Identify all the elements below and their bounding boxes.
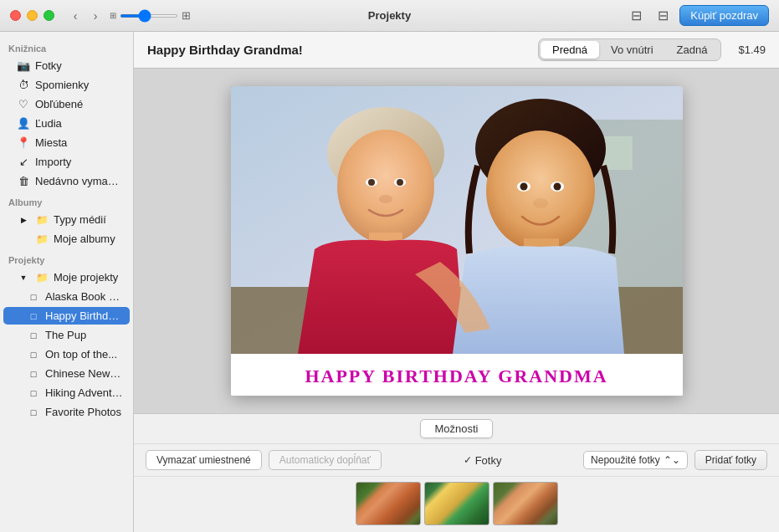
sidebar-item-label: Favorite Photos [45,406,123,418]
back-button[interactable]: ‹ [68,8,83,23]
sidebar-item-imports[interactable]: ↙ Importy [3,153,130,171]
clear-placed-button[interactable]: Vymazať umiestnené [146,450,262,470]
sidebar-item-favorite-photos[interactable]: □ Favorite Photos [3,403,130,421]
sidebar-item-alaska-book[interactable]: □ Alaska Book Pr... [3,288,130,305]
thumbnail-3[interactable] [493,482,558,525]
sidebar-item-label: Importy [35,156,123,168]
zoom-slider-container: ⊞ ⊞ [110,9,191,22]
sidebar-item-places[interactable]: 📍 Miesta [3,134,130,151]
sidebar-item-label: On top of the... [45,348,123,361]
sidebar: Knižnica 📷 Fotky ⏱ Spomienky ♡ Obľúbené … [0,32,134,532]
card-title: Happy Birthday Grandma! [147,43,538,57]
folder-icon: 📁 [35,214,49,226]
sidebar-item-label: Obľúbené [35,98,123,110]
card-icon: □ [27,407,40,417]
greeting-card: HAPPY BIRTHDAY GRANDMA [231,86,683,396]
options-row: Možnosti [134,414,779,444]
svg-point-7 [337,130,434,243]
content-header: Happy Birthday Grandma! Predná Vo vnútri… [134,32,779,69]
sidebar-item-photos[interactable]: 📷 Fotky [3,57,130,74]
maximize-button[interactable] [44,10,54,21]
places-icon: 📍 [17,136,30,149]
photos-dropdown[interactable]: ✓ Fotky [464,454,502,467]
book-icon: □ [27,292,40,302]
bottom-toolbar: Možnosti Vymazať umiestnené Automaticky … [134,413,779,532]
card-icon: □ [27,311,40,321]
dropdown-arrow-icon: ⌃⌄ [664,454,680,466]
sidebar-item-label: Happy Birthday... [45,309,123,322]
albums-section-label: Albumy [0,191,133,210]
imports-icon: ↙ [17,156,30,168]
svg-point-10 [368,179,375,186]
panel-toggle-icon[interactable]: ⊟ [653,5,673,25]
main-container: Knižnica 📷 Fotky ⏱ Spomienky ♡ Obľúbené … [0,32,779,532]
buy-greeting-button[interactable]: Kúpiť pozdrav [679,5,769,26]
sidebar-item-label: Alaska Book Pr... [45,290,123,303]
card-icon: □ [27,330,40,340]
card-photo [231,86,683,354]
grid-small-icon: ⊞ [110,11,116,20]
unused-photos-select[interactable]: Nepoužité fotky ⌃⌄ [583,451,688,469]
tab-zadna[interactable]: Zadná [665,41,720,59]
card-text-area: HAPPY BIRTHDAY GRANDMA [231,354,683,396]
unused-photos-label: Nepoužité fotky [591,454,660,466]
photos-icon: 📷 [17,59,30,72]
card-icon: □ [27,388,40,398]
sidebar-item-recently-deleted[interactable]: 🗑 Nedávno vymazané [3,172,130,190]
sidebar-item-label: Typy médií [54,213,123,226]
content-area: Happy Birthday Grandma! Predná Vo vnútri… [134,32,779,532]
svg-point-18 [520,183,527,191]
sidebar-item-label: Moje projekty [54,271,123,284]
sidebar-item-label: Spomienky [35,79,123,91]
sidebar-item-label: Moje albumy [54,233,123,245]
sidebar-item-on-top-of[interactable]: □ On top of the... [3,345,130,363]
heart-icon: ♡ [17,98,30,110]
sidebar-item-happy-birthday[interactable]: □ Happy Birthday... [3,307,130,325]
sidebar-item-label: The Pup [45,329,123,341]
folder-icon: 📁 [35,233,49,245]
options-button[interactable]: Možnosti [420,419,492,438]
library-section-label: Knižnica [0,37,133,56]
sidebar-item-chinese-new[interactable]: □ Chinese New Y... [3,365,130,382]
svg-point-21 [533,198,548,208]
sidebar-item-favorites[interactable]: ♡ Obľúbené [3,95,130,113]
memories-icon: ⏱ [17,79,30,91]
navigation-buttons: ‹ › [68,8,103,23]
thumbnail-2[interactable] [424,482,489,525]
thumbnails-row [134,477,779,532]
window-title: Projekty [368,9,411,22]
svg-point-12 [397,179,403,186]
tab-predna[interactable]: Predná [541,41,599,59]
thumbnail-1[interactable] [356,482,421,525]
svg-point-20 [553,183,561,191]
sidebar-item-the-pup[interactable]: □ The Pup [3,326,130,344]
titlebar-right-controls: ⊟ ⊟ Kúpiť pozdrav [626,5,769,26]
sidebar-item-media-types[interactable]: ▶ 📁 Typy médií [3,211,130,228]
sidebar-item-label: Ľudia [35,117,123,130]
window-controls [10,10,54,21]
sidebar-item-label: Chinese New Y... [45,367,123,380]
disclosure-icon: ▶ [17,216,30,224]
minimize-button[interactable] [27,10,38,21]
zoom-slider[interactable] [120,14,178,18]
sidebar-item-hiking-adventure[interactable]: □ Hiking Adventure [3,384,130,402]
view-tab-group: Predná Vo vnútri Zadná [538,38,721,61]
sidebar-item-people[interactable]: 👤 Ľudia [3,115,130,132]
close-button[interactable] [10,10,21,21]
svg-point-15 [486,130,595,251]
sidebar-item-my-albums[interactable]: ▶ 📁 Moje albumy [3,230,130,248]
disclosure-triangle-icon: ▼ [17,274,30,282]
add-photos-button[interactable]: Pridať fotky [694,450,767,470]
sidebar-item-label: Hiking Adventure [45,386,123,399]
sidebar-toggle-icon[interactable]: ⊟ [626,5,646,25]
card-photo-svg [231,86,683,354]
sidebar-item-label: Miesta [35,136,123,149]
card-display-area: HAPPY BIRTHDAY GRANDMA [134,69,779,413]
sidebar-item-label: Fotky [35,59,123,72]
forward-button[interactable]: › [88,8,103,23]
sidebar-item-memories[interactable]: ⏱ Spomienky [3,76,130,94]
sidebar-item-my-projects[interactable]: ▼ 📁 Moje projekty [3,269,130,286]
auto-fill-button[interactable]: Automaticky dopĺňať [269,450,382,470]
tab-vo-vnutri[interactable]: Vo vnútri [599,41,665,59]
card-icon: □ [27,350,40,360]
